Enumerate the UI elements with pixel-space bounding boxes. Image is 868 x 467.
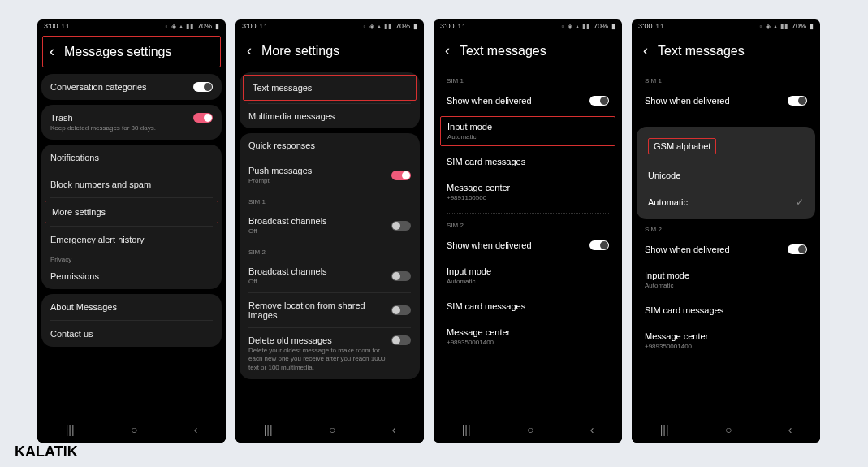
row-trash[interactable]: Trash Keep deleted messages for 30 days. bbox=[41, 105, 222, 140]
label: Show when delivered bbox=[447, 240, 532, 250]
status-bar: 3:0011 ▫ ◈ ▴ ▮▮70%▮ bbox=[434, 19, 622, 32]
row-sim-card-messages-sim2[interactable]: SIM card messages bbox=[638, 297, 814, 323]
toggle[interactable] bbox=[788, 244, 807, 254]
label: Text messages bbox=[253, 83, 312, 93]
row-input-mode-sim1[interactable]: Input mode Automatic bbox=[440, 116, 615, 146]
label: Show when delivered bbox=[645, 244, 730, 254]
row-show-delivered-sim1[interactable]: Show when delivered bbox=[440, 88, 615, 114]
nav-home-icon[interactable]: ○ bbox=[329, 423, 335, 436]
nav-recent-icon[interactable]: ||| bbox=[660, 423, 669, 436]
row-delete-old[interactable]: Delete old messages Delete your oldest m… bbox=[240, 328, 420, 379]
nav-bar: ||| ○ ‹ bbox=[37, 415, 226, 443]
row-remove-location[interactable]: Remove location from shared images bbox=[240, 293, 420, 327]
row-push-messages[interactable]: Push messages Prompt bbox=[240, 158, 420, 192]
row-input-mode-sim2[interactable]: Input mode Automatic bbox=[638, 262, 814, 297]
label: Contact us bbox=[50, 329, 93, 339]
toggle[interactable] bbox=[391, 221, 411, 231]
row-show-delivered-sim1[interactable]: Show when delivered bbox=[638, 88, 814, 114]
content-area: Text messages Multimedia messages Quick … bbox=[235, 72, 424, 415]
row-notifications[interactable]: Notifications bbox=[41, 145, 222, 171]
toggle[interactable] bbox=[788, 96, 807, 106]
status-time: 3:00 bbox=[638, 22, 653, 30]
row-quick-responses[interactable]: Quick responses bbox=[240, 133, 420, 158]
nav-recent-icon[interactable]: ||| bbox=[462, 423, 471, 436]
label: Message center bbox=[447, 327, 510, 337]
back-icon[interactable]: ‹ bbox=[445, 42, 450, 59]
header: ‹ Text messages bbox=[632, 32, 820, 72]
row-contact[interactable]: Contact us bbox=[41, 321, 222, 347]
nav-recent-icon[interactable]: ||| bbox=[264, 423, 273, 436]
status-icons: ▫ ◈ ▴ ▮▮ bbox=[561, 23, 590, 30]
status-time: 3:00 bbox=[440, 22, 455, 30]
row-broadcast-sim2[interactable]: Broadcast channels Off bbox=[240, 259, 420, 292]
row-about[interactable]: About Messages bbox=[41, 294, 222, 320]
row-permissions[interactable]: Permissions bbox=[41, 263, 222, 289]
content-area: SIM 1 Show when delivered Input mode Aut… bbox=[434, 72, 622, 415]
sublabel: Automatic bbox=[447, 133, 492, 141]
toggle[interactable] bbox=[589, 96, 609, 106]
row-show-delivered-sim2[interactable]: Show when delivered bbox=[638, 236, 814, 262]
row-conversation-categories[interactable]: Conversation categories bbox=[41, 74, 222, 100]
row-message-center-sim2[interactable]: Message center +989350001400 bbox=[638, 323, 814, 358]
phone-screen-1: 3:0011 ▫ ◈ ▴ ▮▮70%▮ ‹ Messages settings … bbox=[37, 19, 226, 443]
row-more-settings[interactable]: More settings bbox=[45, 201, 218, 223]
row-broadcast-sim1[interactable]: Broadcast channels Off bbox=[240, 209, 420, 242]
sublabel: Prompt bbox=[248, 177, 312, 184]
nav-home-icon[interactable]: ○ bbox=[131, 423, 137, 436]
menu-item-automatic[interactable]: Automatic ✓ bbox=[637, 188, 815, 216]
toggle[interactable] bbox=[589, 240, 609, 250]
row-emergency[interactable]: Emergency alert history bbox=[41, 227, 222, 253]
label: Push messages bbox=[248, 166, 312, 175]
header: ‹ Text messages bbox=[434, 32, 622, 72]
status-battery: 70% bbox=[395, 22, 410, 30]
row-block-spam[interactable]: Block numbers and spam bbox=[41, 171, 222, 197]
page-title: Messages settings bbox=[64, 45, 172, 59]
section-sim1: SIM 1 bbox=[638, 72, 814, 88]
toggle[interactable] bbox=[391, 271, 411, 281]
status-icons: ▫ ◈ ▴ ▮▮ bbox=[165, 23, 194, 30]
section-sim1: SIM 1 bbox=[240, 192, 420, 209]
status-date: 11 bbox=[260, 23, 269, 30]
row-input-mode-sim2[interactable]: Input mode Automatic bbox=[440, 258, 615, 293]
nav-back-icon[interactable]: ‹ bbox=[590, 423, 594, 436]
nav-back-icon[interactable]: ‹ bbox=[788, 423, 792, 436]
phone-screen-2: 3:0011 ▫ ◈ ▴ ▮▮70%▮ ‹ More settings Text… bbox=[235, 19, 424, 443]
label: Show when delivered bbox=[645, 96, 730, 106]
nav-bar: ||| ○ ‹ bbox=[235, 415, 424, 443]
menu-item-unicode[interactable]: Unicode bbox=[637, 162, 815, 188]
nav-home-icon[interactable]: ○ bbox=[527, 423, 533, 436]
back-icon[interactable]: ‹ bbox=[247, 42, 252, 59]
nav-bar: ||| ○ ‹ bbox=[632, 415, 820, 443]
back-icon[interactable]: ‹ bbox=[643, 42, 648, 59]
row-sim-card-messages-sim1[interactable]: SIM card messages bbox=[440, 149, 615, 175]
menu-item-gsm[interactable]: GSM alphabet bbox=[637, 130, 815, 162]
row-sim-card-messages-sim2[interactable]: SIM card messages bbox=[440, 293, 615, 319]
section-sim2: SIM 2 bbox=[638, 221, 814, 236]
label: Broadcast channels bbox=[248, 266, 327, 276]
nav-back-icon[interactable]: ‹ bbox=[392, 423, 396, 436]
row-message-center-sim2[interactable]: Message center +989350001400 bbox=[440, 319, 615, 354]
row-message-center-sim1[interactable]: Message center +9891100500 bbox=[440, 175, 615, 210]
label: Notifications bbox=[50, 153, 99, 162]
page-title: More settings bbox=[261, 44, 339, 58]
back-icon[interactable]: ‹ bbox=[50, 43, 54, 60]
toggle[interactable] bbox=[391, 171, 411, 180]
row-mms[interactable]: Multimedia messages bbox=[240, 104, 420, 128]
status-battery: 70% bbox=[197, 22, 212, 30]
toggle[interactable] bbox=[193, 113, 213, 123]
row-text-messages[interactable]: Text messages bbox=[243, 75, 417, 101]
label: GSM alphabet bbox=[648, 138, 716, 154]
row-show-delivered-sim2[interactable]: Show when delivered bbox=[440, 232, 615, 258]
label: Show when delivered bbox=[447, 96, 532, 106]
section-sim1: SIM 1 bbox=[440, 72, 615, 88]
sublabel: Off bbox=[248, 227, 327, 235]
toggle[interactable] bbox=[391, 305, 411, 315]
sublabel: Keep deleted messages for 30 days. bbox=[50, 124, 156, 132]
section-sim2: SIM 2 bbox=[240, 242, 420, 259]
nav-recent-icon[interactable]: ||| bbox=[66, 423, 75, 436]
nav-home-icon[interactable]: ○ bbox=[725, 423, 732, 436]
toggle[interactable] bbox=[193, 82, 213, 92]
toggle[interactable] bbox=[391, 335, 411, 345]
sublabel: Automatic bbox=[645, 282, 689, 289]
nav-back-icon[interactable]: ‹ bbox=[194, 423, 198, 436]
